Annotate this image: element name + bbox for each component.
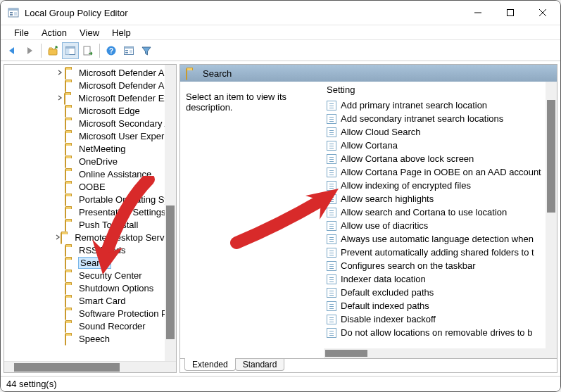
setting-item[interactable]: Add secondary intranet search locations xyxy=(324,112,546,125)
settings-list[interactable]: Add primary intranet search locationAdd … xyxy=(324,99,546,348)
folder-icon xyxy=(65,132,76,141)
setting-item[interactable]: Default excluded paths xyxy=(324,286,546,299)
setting-label: Default indexed paths xyxy=(341,301,429,311)
svg-rect-12 xyxy=(66,49,70,55)
tree-item[interactable]: OOBE xyxy=(4,180,176,193)
setting-item[interactable]: Configures search on the taskbar xyxy=(324,259,546,272)
settings-horizontal-scrollbar[interactable] xyxy=(324,348,546,358)
minimize-button[interactable] xyxy=(462,2,494,23)
back-button[interactable] xyxy=(4,42,20,59)
tree-pane: Microsoft Defender AntiMicrosoft Defende… xyxy=(4,64,177,373)
tree-item[interactable]: Microsoft Defender Anti xyxy=(4,66,176,79)
setting-item[interactable]: Allow Cloud Search xyxy=(324,125,546,139)
policy-icon xyxy=(327,208,336,217)
folder-icon xyxy=(65,220,76,229)
maximize-button[interactable] xyxy=(494,2,527,23)
show-hide-tree-button[interactable] xyxy=(62,42,79,59)
setting-item[interactable]: Allow indexing of encrypted files xyxy=(324,179,546,192)
tree-item[interactable]: Presentation Settings xyxy=(4,206,176,218)
folder-icon xyxy=(65,157,76,166)
setting-item[interactable]: Disable indexer backoff xyxy=(324,312,546,326)
setting-label: Allow Cortana xyxy=(341,140,398,151)
menu-help[interactable]: Help xyxy=(106,26,137,39)
setting-item[interactable]: Prevent automatically adding shared fold… xyxy=(324,246,546,259)
folder-icon xyxy=(65,208,76,217)
setting-label: Configures search on the taskbar xyxy=(341,260,476,271)
folder-icon xyxy=(65,258,76,267)
tree-item[interactable]: Shutdown Options xyxy=(4,282,176,294)
folder-icon xyxy=(65,170,76,179)
settings-vertical-scrollbar[interactable] xyxy=(546,82,557,358)
filter-button[interactable] xyxy=(138,42,155,59)
folder-icon xyxy=(65,106,76,115)
svg-text:?: ? xyxy=(109,47,113,55)
forward-button[interactable] xyxy=(21,42,38,59)
titlebar: Local Group Policy Editor xyxy=(1,1,560,25)
policy-icon xyxy=(327,114,336,124)
tree-item-label: Software Protection Platf xyxy=(79,308,176,319)
setting-label: Add secondary intranet search locations xyxy=(341,113,503,124)
setting-item[interactable]: Always use automatic language detection … xyxy=(324,232,546,246)
tab-extended[interactable]: Extended xyxy=(184,358,236,371)
tree-item[interactable]: Microsoft Defender App xyxy=(4,79,176,91)
tree-item[interactable]: Software Protection Platf xyxy=(4,307,176,320)
tree-item[interactable]: Microsoft User Experience xyxy=(4,129,176,142)
setting-item[interactable]: Do not allow locations on removable driv… xyxy=(324,326,546,339)
setting-item[interactable]: Allow search and Cortana to use location xyxy=(324,206,546,219)
description-text: Select an item to view its description. xyxy=(186,91,286,113)
setting-item[interactable]: Allow Cortana above lock screen xyxy=(324,152,546,165)
policy-icon xyxy=(327,141,336,151)
setting-item[interactable]: Indexer data location xyxy=(324,272,546,286)
tree-horizontal-scrollbar[interactable] xyxy=(4,361,176,372)
chevron-right-icon[interactable] xyxy=(55,93,64,103)
tree-item[interactable]: Sound Recorder xyxy=(4,320,176,332)
tree-item[interactable]: RSS Feeds xyxy=(4,244,176,256)
tree-item[interactable]: Microsoft Defender Expl xyxy=(4,91,176,104)
folder-tree[interactable]: Microsoft Defender AntiMicrosoft Defende… xyxy=(4,65,176,361)
folder-icon xyxy=(65,271,76,280)
tree-item[interactable]: Portable Operating Syste xyxy=(4,193,176,206)
folder-icon xyxy=(65,309,76,318)
menu-file[interactable]: File xyxy=(8,26,35,39)
tree-item[interactable]: Online Assistance xyxy=(4,167,176,180)
setting-item[interactable]: Allow search highlights xyxy=(324,192,546,206)
column-header-setting[interactable]: Setting xyxy=(324,82,557,99)
svg-rect-9 xyxy=(49,49,57,55)
help-button[interactable]: ? xyxy=(103,42,120,59)
tree-item[interactable]: Security Center xyxy=(4,269,176,282)
setting-label: Indexer data location xyxy=(341,274,426,284)
tree-item[interactable]: Remote Desktop Service xyxy=(4,231,176,244)
tree-item[interactable]: Search xyxy=(4,256,176,269)
tree-item[interactable]: Push To Install xyxy=(4,218,176,231)
tree-item[interactable]: NetMeeting xyxy=(4,142,176,155)
up-button[interactable] xyxy=(44,42,61,59)
menu-action[interactable]: Action xyxy=(35,26,73,39)
tree-item-label: Online Assistance xyxy=(79,169,151,179)
chevron-right-icon[interactable] xyxy=(55,68,65,77)
tree-item[interactable]: Microsoft Secondary Aut xyxy=(4,117,176,129)
svg-rect-17 xyxy=(125,46,134,49)
setting-item[interactable]: Allow use of diacritics xyxy=(324,219,546,232)
svg-rect-6 xyxy=(508,10,514,16)
tree-item-label: OneDrive xyxy=(79,156,118,167)
properties-button[interactable] xyxy=(120,42,137,59)
setting-label: Allow indexing of encrypted files xyxy=(341,180,471,191)
tab-standard[interactable]: Standard xyxy=(235,359,285,371)
tree-vertical-scrollbar[interactable] xyxy=(165,65,176,361)
details-header-title: Search xyxy=(203,68,232,79)
tree-item[interactable]: Speech xyxy=(4,332,176,345)
export-button[interactable] xyxy=(80,42,96,59)
tree-item[interactable]: Microsoft Edge xyxy=(4,104,176,117)
close-button[interactable] xyxy=(527,2,559,23)
policy-icon xyxy=(327,315,336,324)
menu-view[interactable]: View xyxy=(73,26,106,39)
setting-item[interactable]: Default indexed paths xyxy=(324,299,546,312)
setting-item[interactable]: Allow Cortana Page in OOBE on an AAD acc… xyxy=(324,165,546,179)
tree-item[interactable]: OneDrive xyxy=(4,155,176,167)
folder-icon xyxy=(65,296,76,305)
chevron-right-icon[interactable] xyxy=(55,232,61,242)
setting-item[interactable]: Add primary intranet search location xyxy=(324,99,546,112)
svg-rect-2 xyxy=(10,12,13,13)
tree-item[interactable]: Smart Card xyxy=(4,294,176,307)
setting-item[interactable]: Allow Cortana xyxy=(324,139,546,152)
